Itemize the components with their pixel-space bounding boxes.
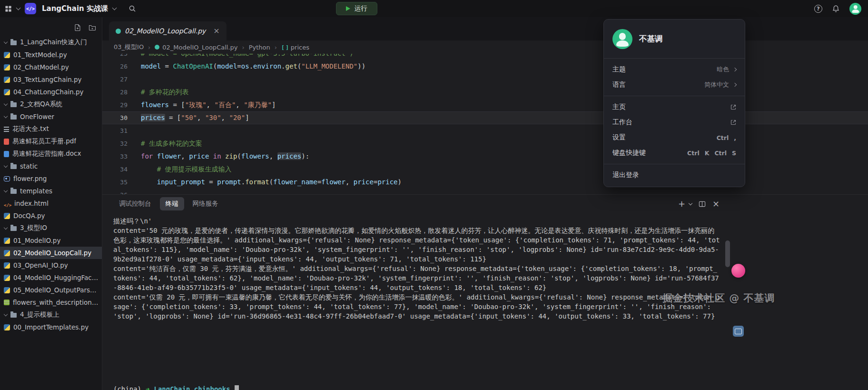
sidebar-item[interactable]: index.html [0, 197, 102, 210]
code-line[interactable]: 25# model = OpenAI(model_name="gpt-3.5-t… [102, 54, 868, 60]
code-token: , [207, 101, 215, 109]
shortcut-key: K [705, 150, 710, 157]
editor-tab[interactable]: 02_ModelIO_LoopCall.py × [109, 21, 227, 40]
sidebar-item[interactable]: 2_文档QA系统 [0, 98, 102, 110]
sidebar-item[interactable]: flowers_with_descriptions.csv [0, 296, 102, 309]
menu-item-logout[interactable]: 退出登录 [604, 168, 745, 183]
menu-item-home[interactable]: 主页 [604, 100, 745, 115]
menu-item-keyboard-shortcuts[interactable]: 键盘快捷键CtrlKCtrlS [604, 145, 745, 160]
sidebar-item[interactable]: 04_ChatLongChain.py [0, 86, 102, 98]
breadcrumb-item[interactable]: [ ]prices [281, 44, 309, 51]
tab-close-icon[interactable]: × [213, 27, 219, 35]
code-token: = [161, 62, 173, 70]
line-number: 26 [102, 60, 128, 73]
help-icon[interactable]: ? [814, 5, 822, 13]
sidebar-item[interactable]: templates [0, 185, 102, 197]
line-number: 31 [102, 124, 128, 137]
tab-terminal[interactable]: 终端 [160, 197, 184, 210]
workspace-title[interactable]: LangChain 实战课 [42, 4, 108, 13]
code-line[interactable]: 27 [102, 73, 868, 86]
new-folder-icon[interactable] [89, 24, 96, 31]
file-label: DocQA.py [13, 212, 45, 220]
sidebar-item[interactable]: 4_提示模板上 [0, 309, 102, 321]
menu-item-workspace[interactable]: 工作台 [604, 115, 745, 130]
code-token: "LLM_MODELEND" [301, 62, 357, 70]
sidebar-item[interactable]: 01_ModelIO.py [0, 234, 102, 247]
menu-item-theme[interactable]: 主题暗色 [604, 62, 745, 77]
code-line-content: flowers = ["玫瑰", "百合", "康乃馨"] [141, 99, 276, 111]
breadcrumb-item[interactable]: Python [249, 44, 270, 51]
user-avatar[interactable] [849, 3, 861, 15]
run-button[interactable]: 运行 [336, 2, 377, 15]
sidebar-item[interactable]: 1_LangChain快速入门 [0, 36, 102, 49]
sidebar-item[interactable]: DocQA.py [0, 210, 102, 222]
file-label: 00_ImportTemplates.py [13, 323, 89, 331]
sidebar-item[interactable]: 04_ModelIO_HuggingFace.py [0, 271, 102, 284]
terminal-header: 调试控制台终端网络服务 + × [102, 195, 868, 213]
code-line[interactable]: 35 input_prompt = prompt.format(flower_n… [102, 176, 868, 189]
close-panel-icon[interactable]: × [712, 200, 720, 208]
code-line-content: input_prompt = prompt.format(flower_name… [141, 176, 402, 189]
mini-window-icon[interactable] [733, 326, 744, 337]
sidebar-item[interactable]: 02_ChatModel.py [0, 61, 102, 73]
file-label: 1_LangChain快速入门 [20, 38, 87, 47]
sidebar-item[interactable]: 01_TextModel.py [0, 49, 102, 61]
new-file-icon[interactable] [74, 24, 81, 31]
external-link-icon [730, 104, 736, 110]
code-line[interactable]: 36 [102, 189, 868, 194]
explorer-actions [74, 24, 96, 31]
sidebar-item[interactable]: 03_TextLangChain.py [0, 73, 102, 86]
breadcrumb-item[interactable]: 03_模型IO [114, 43, 144, 51]
code-line[interactable]: 33for flower, price in zip(flowers, pric… [102, 150, 868, 163]
sidebar-item[interactable]: flower.png [0, 172, 102, 185]
code-token: . [249, 62, 253, 70]
code-line[interactable]: 30prices = ["50", "30", "20"] [102, 111, 868, 124]
notifications-bell-icon[interactable] [832, 5, 840, 13]
code-token: # 多种花的列表 [141, 88, 189, 96]
sidebar-item[interactable]: static [0, 160, 102, 172]
sidebar-item[interactable]: 易速鲜花运营指南.docx [0, 148, 102, 160]
file-label: flowers_with_descriptions.csv [13, 299, 99, 306]
floating-assistant-button[interactable] [731, 264, 745, 278]
breadcrumb-label: 02_ModelIO_LoopCall.py [162, 44, 237, 51]
app-root: </> LangChain 实战课 运行 ? [0, 0, 868, 390]
menu-item-settings[interactable]: 设置Ctrl, [604, 130, 745, 145]
breadcrumb-item[interactable]: 02_ModelIO_LoopCall.py [155, 44, 237, 51]
code-line[interactable]: 28# 多种花的列表 [102, 86, 868, 99]
menu-item-language[interactable]: 语言简体中文 [604, 77, 745, 92]
sidebar-item[interactable]: 3_模型IO [0, 222, 102, 234]
tab-ports[interactable]: 网络服务 [187, 197, 224, 210]
code-line[interactable]: 26model = ChatOpenAI(model=os.environ.ge… [102, 60, 868, 73]
sidebar-item[interactable]: 易速鲜花员工手册.pdf [0, 135, 102, 148]
user-menu-panel: 不基调 主题暗色语言简体中文主页工作台设置Ctrl,键盘快捷键CtrlKCtrl… [603, 19, 745, 187]
sidebar-item[interactable]: 02_ModelIO_LoopCall.py [0, 247, 102, 259]
expand-chevron-icon [4, 188, 8, 192]
sidebar-item[interactable]: 00_ImportTemplates.py [0, 321, 102, 333]
workspace-grid-icon[interactable] [5, 5, 12, 12]
code-token: "百合" [214, 101, 236, 109]
py-file-icon [4, 52, 10, 58]
sidebar-item[interactable]: OneFlower [0, 110, 102, 123]
search-icon[interactable] [128, 5, 136, 12]
code-line[interactable]: 31 [102, 124, 868, 137]
code-editor[interactable]: 25# model = OpenAI(model_name="gpt-3.5-t… [102, 54, 868, 194]
menu-item-label: 主页 [612, 103, 626, 111]
code-token: "玫瑰" [185, 101, 207, 109]
sidebar-item[interactable]: 05_ModelIO_OutputParser.py [0, 284, 102, 296]
new-terminal-icon[interactable]: + [678, 200, 685, 208]
pdf-file-icon [4, 139, 9, 145]
menu-item-value: CtrlKCtrlS [687, 150, 736, 157]
tab-debug-console[interactable]: 调试控制台 [113, 197, 157, 210]
title-chevron-icon[interactable] [113, 8, 116, 10]
code-line[interactable]: 32# 生成多种花的文案 [102, 137, 868, 150]
menu-divider [604, 96, 745, 96]
workspace-chevron-icon[interactable] [17, 8, 20, 10]
code-line[interactable]: 34 # 使用提示模板生成输入 [102, 163, 868, 176]
terminal-scrollbar[interactable] [725, 240, 730, 267]
sidebar-item[interactable]: 花语大全.txt [0, 123, 102, 135]
split-terminal-icon[interactable] [699, 200, 706, 208]
sidebar-item[interactable]: 03_OpenAI_IO.py [0, 259, 102, 271]
code-token: "30" [205, 114, 221, 121]
code-token: , [197, 114, 205, 121]
code-line[interactable]: 29flowers = ["玫瑰", "百合", "康乃馨"] [102, 99, 868, 111]
